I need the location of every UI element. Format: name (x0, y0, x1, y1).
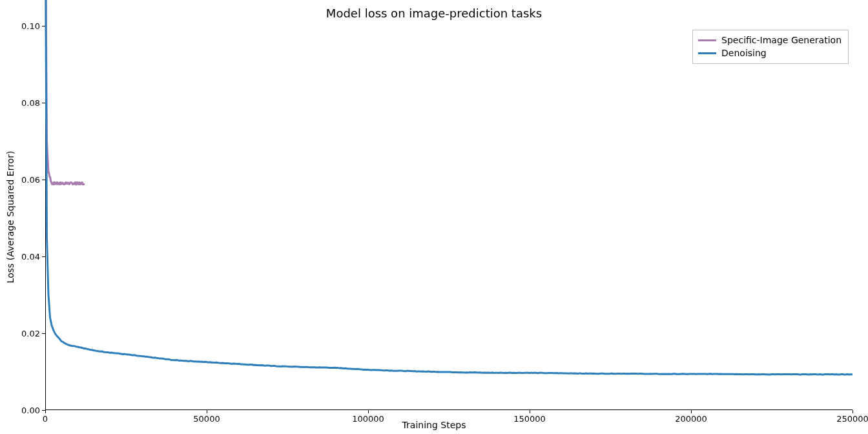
axes-area: 0.000.020.040.060.080.10 050000100000150… (45, 26, 852, 410)
legend-entry: Specific-Image Generation (698, 34, 842, 47)
x-tick-mark (691, 410, 692, 413)
y-tick-mark (42, 256, 45, 257)
series-line (45, 0, 84, 185)
x-tick-mark (368, 410, 369, 413)
legend-label: Specific-Image Generation (721, 34, 842, 47)
legend: Specific-Image Generation Denoising (692, 30, 849, 64)
plot-svg (45, 26, 852, 410)
y-tick-mark (42, 333, 45, 334)
y-tick-mark (42, 103, 45, 103)
legend-entry: Denoising (698, 47, 842, 60)
x-tick-mark (45, 410, 46, 413)
y-tick-mark (42, 26, 45, 26)
y-axis-label: Loss (Average Squared Error) (4, 0, 17, 434)
x-tick-mark (207, 410, 207, 413)
x-tick-mark (530, 410, 530, 413)
legend-label: Denoising (721, 47, 767, 60)
chart-title: Model loss on image-prediction tasks (0, 6, 868, 20)
legend-swatch-icon (698, 39, 716, 41)
x-axis-label: Training Steps (0, 420, 868, 430)
x-tick-mark (852, 410, 853, 413)
figure: Model loss on image-prediction tasks Los… (0, 0, 868, 434)
legend-swatch-icon (698, 52, 716, 54)
y-tick-mark (42, 180, 45, 180)
